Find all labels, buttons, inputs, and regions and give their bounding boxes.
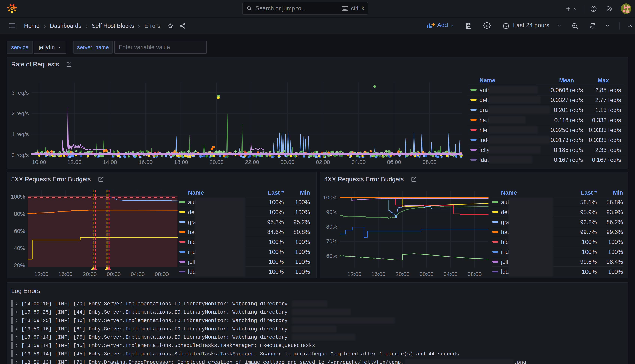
svg-text:40%: 40%: [14, 245, 25, 251]
svg-text:02:00: 02:00: [316, 159, 330, 165]
svg-text:16:00: 16:00: [371, 271, 385, 277]
svg-text:00:00: 00:00: [280, 159, 294, 165]
svg-text:04:00: 04:00: [351, 159, 366, 165]
svg-text:16:00: 16:00: [139, 159, 153, 165]
svg-text:90%: 90%: [326, 209, 337, 215]
svg-text:20%: 20%: [14, 262, 25, 268]
svg-text:20:00: 20:00: [395, 271, 409, 277]
svg-text:10:00: 10:00: [32, 159, 46, 165]
svg-text:14:00: 14:00: [103, 159, 117, 165]
svg-text:12:00: 12:00: [67, 159, 82, 165]
svg-text:04:00: 04:00: [443, 271, 457, 277]
svg-text:06:00: 06:00: [387, 159, 401, 165]
svg-text:0 req/s: 0 req/s: [12, 152, 29, 158]
svg-text:00:00: 00:00: [107, 271, 121, 277]
svg-text:100%: 100%: [11, 194, 25, 200]
svg-text:60%: 60%: [14, 228, 25, 234]
svg-text:1 req/s: 1 req/s: [12, 131, 29, 137]
svg-text:04:00: 04:00: [131, 271, 145, 277]
svg-text:60%: 60%: [326, 253, 337, 259]
svg-text:12:00: 12:00: [34, 271, 49, 277]
svg-text:00:00: 00:00: [419, 271, 433, 277]
svg-text:08:00: 08:00: [467, 271, 481, 277]
svg-text:70%: 70%: [326, 238, 337, 244]
svg-text:08:00: 08:00: [422, 159, 436, 165]
svg-text:2 req/s: 2 req/s: [12, 110, 29, 116]
svg-text:20:00: 20:00: [209, 159, 224, 165]
svg-text:20:00: 20:00: [83, 271, 97, 277]
svg-text:16:00: 16:00: [58, 271, 73, 277]
svg-text:80%: 80%: [326, 224, 337, 230]
svg-text:12:00: 12:00: [347, 271, 361, 277]
svg-text:80%: 80%: [14, 211, 25, 217]
svg-text:3 req/s: 3 req/s: [12, 90, 29, 96]
svg-text:100%: 100%: [323, 194, 337, 200]
svg-text:22:00: 22:00: [245, 159, 259, 165]
svg-text:08:00: 08:00: [155, 271, 169, 277]
svg-text:18:00: 18:00: [174, 159, 188, 165]
